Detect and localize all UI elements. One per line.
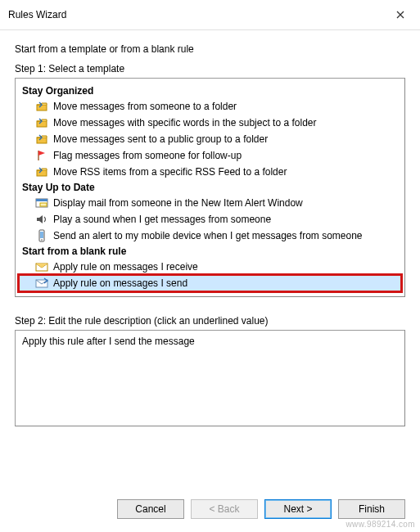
template-list[interactable]: Stay Organized Move messages from someon… bbox=[15, 78, 405, 297]
move-to-folder-icon bbox=[35, 165, 48, 178]
rule-description-box[interactable]: Apply this rule after I send the message bbox=[15, 330, 405, 426]
svg-rect-1 bbox=[37, 121, 47, 127]
template-item[interactable]: Play a sound when I get messages from so… bbox=[19, 211, 401, 228]
template-item[interactable]: Move messages with specific words in the… bbox=[19, 115, 401, 131]
svg-point-9 bbox=[41, 239, 43, 241]
svg-rect-6 bbox=[40, 203, 47, 206]
move-to-folder-icon bbox=[35, 133, 48, 146]
template-label: Move messages from someone to a folder bbox=[53, 100, 237, 113]
template-item[interactable]: Display mail from someone in the New Ite… bbox=[19, 195, 401, 211]
category-start-from-blank: Start from a blank rule bbox=[19, 244, 401, 259]
template-item[interactable]: Flag messages from someone for follow-up bbox=[19, 147, 401, 164]
template-item-selected[interactable]: Apply rule on messages I send bbox=[19, 275, 401, 291]
mobile-icon bbox=[35, 229, 48, 242]
step1-label: Step 1: Select a template bbox=[15, 63, 405, 74]
svg-rect-0 bbox=[37, 105, 47, 110]
template-label: Send an alert to my mobile device when I… bbox=[53, 229, 363, 242]
svg-rect-5 bbox=[36, 199, 47, 201]
category-stay-organized: Stay Organized bbox=[19, 83, 401, 98]
template-label: Move RSS items from a specific RSS Feed … bbox=[53, 165, 287, 178]
svg-rect-8 bbox=[40, 232, 43, 238]
svg-rect-2 bbox=[37, 138, 47, 143]
template-item[interactable]: Send an alert to my mobile device when I… bbox=[19, 228, 401, 244]
template-label: Display mail from someone in the New Ite… bbox=[53, 196, 303, 210]
watermark-text: www.989214.com bbox=[345, 520, 415, 529]
rule-description-text: Apply this rule after I send the message bbox=[22, 336, 195, 347]
template-label: Apply rule on messages I receive bbox=[53, 260, 198, 273]
intro-text: Start from a template or from a blank ru… bbox=[15, 43, 405, 55]
template-label: Play a sound when I get messages from so… bbox=[53, 213, 271, 226]
mail-out-icon bbox=[35, 277, 48, 290]
back-button[interactable]: < Back bbox=[191, 499, 258, 519]
template-item[interactable]: Move RSS items from a specific RSS Feed … bbox=[19, 164, 401, 180]
alert-window-icon bbox=[35, 196, 48, 210]
move-to-folder-icon bbox=[35, 116, 48, 129]
window-title: Rules Wizard bbox=[8, 9, 66, 20]
category-stay-up-to-date: Stay Up to Date bbox=[19, 180, 401, 195]
wizard-footer: Cancel < Back Next > Finish bbox=[117, 499, 405, 519]
wizard-content: Start from a template or from a blank ru… bbox=[0, 30, 420, 435]
mail-in-icon bbox=[35, 260, 48, 273]
template-label: Move messages with specific words in the… bbox=[53, 116, 316, 129]
step2-label: Step 2: Edit the rule description (click… bbox=[15, 315, 405, 327]
svg-rect-3 bbox=[37, 170, 47, 176]
move-to-folder-icon bbox=[35, 100, 48, 113]
close-icon bbox=[396, 11, 404, 19]
sound-icon bbox=[35, 213, 48, 226]
template-label: Move messages sent to a public group to … bbox=[53, 133, 268, 146]
close-button[interactable] bbox=[387, 5, 413, 25]
flag-icon bbox=[35, 149, 48, 162]
next-button[interactable]: Next > bbox=[264, 499, 332, 519]
cancel-button[interactable]: Cancel bbox=[117, 499, 184, 519]
titlebar: Rules Wizard bbox=[0, 0, 420, 30]
template-item[interactable]: Move messages from someone to a folder bbox=[19, 98, 401, 115]
template-item[interactable]: Move messages sent to a public group to … bbox=[19, 131, 401, 147]
template-item[interactable]: Apply rule on messages I receive bbox=[19, 259, 401, 275]
template-label: Flag messages from someone for follow-up bbox=[53, 149, 242, 162]
finish-button[interactable]: Finish bbox=[338, 499, 405, 519]
template-label: Apply rule on messages I send bbox=[53, 277, 187, 290]
